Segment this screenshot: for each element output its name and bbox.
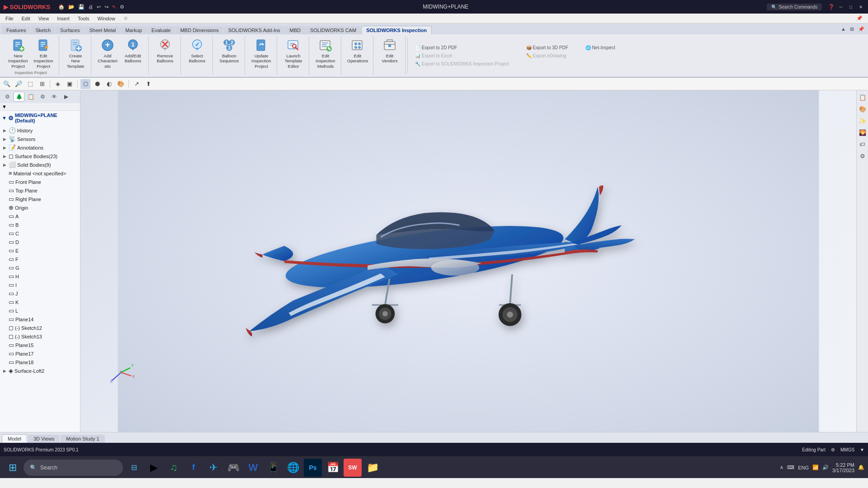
vt-btn-4[interactable]: ⊞	[37, 79, 47, 89]
btn-remove-balloons[interactable]: Remove Balloons	[153, 36, 177, 65]
taskbar-taskview[interactable]: ⊟	[125, 459, 143, 477]
pin-ribbon[interactable]: 📌	[856, 26, 866, 32]
btn-add-char[interactable]: + Add Characteristic	[96, 36, 119, 70]
taskbar-spotify[interactable]: ♫	[165, 459, 183, 477]
options-icon[interactable]: ⚙	[120, 4, 124, 10]
btn-add-edit-balloons[interactable]: 1 Add/Edit Balloons	[121, 36, 145, 65]
tree-item-annotations[interactable]: ▶ 📝 Annotations	[0, 143, 80, 152]
vt-btn-10[interactable]: 🎨	[116, 79, 126, 89]
tab-evaluate[interactable]: Evaluate	[147, 26, 175, 34]
tab-cam[interactable]: SOLIDWORKS CAM	[306, 26, 361, 34]
tree-item-g[interactable]: ▭ G	[0, 263, 80, 272]
btn-launch-template[interactable]: Launch Template Editor	[282, 36, 305, 70]
vt-btn-7[interactable]: ⬡	[80, 79, 90, 89]
taskbar-lang[interactable]: ENG	[798, 465, 809, 470]
tree-item-origin[interactable]: ⊕ Origin	[0, 203, 80, 212]
undo-icon[interactable]: ↩	[97, 4, 101, 10]
help-icon[interactable]: ❓	[828, 4, 835, 10]
taskbar-telegram[interactable]: ✈	[204, 459, 222, 477]
tree-item-sketch13[interactable]: ◻ (-) Sketch13	[0, 332, 80, 341]
btn-export-excel[interactable]: 📊 Export to Excel	[413, 52, 511, 59]
btn-edit-inspection-project[interactable]: Edit Inspection Project	[32, 36, 55, 70]
taskbar-notification[interactable]: 🔔	[858, 465, 864, 470]
vt-btn-5[interactable]: ◈	[53, 79, 63, 89]
btn-balloon-seq[interactable]: 123 Balloon Sequence	[217, 36, 241, 65]
tree-item-j[interactable]: ▭ J	[0, 289, 80, 298]
menu-edit[interactable]: Edit	[18, 15, 34, 22]
print-icon[interactable]: 🖨	[88, 4, 93, 9]
btn-new-inspection[interactable]: New Inspection Project	[6, 36, 30, 70]
tab-mbd-dimensions[interactable]: MBD Dimensions	[176, 26, 223, 34]
sidebar-tab-filter[interactable]: ⚙	[2, 92, 13, 102]
menu-insert[interactable]: Insert	[53, 15, 73, 22]
btn-export-3d-pdf[interactable]: 📦 Export to 3D PDF	[524, 44, 570, 51]
sidebar-tab-display[interactable]: 👁	[49, 92, 60, 102]
btn-edit-methods[interactable]: ✎ Edit Inspection Methods	[314, 36, 337, 70]
close-btn[interactable]: ✕	[857, 3, 864, 10]
tree-item-d[interactable]: ▭ D	[0, 238, 80, 246]
save-icon[interactable]: 📂	[68, 4, 75, 10]
btab-motion-study[interactable]: Motion Study 1	[61, 435, 104, 443]
tree-item-sketch12[interactable]: ◻ (-) Sketch12	[0, 324, 80, 332]
vt-btn-6[interactable]: ▣	[65, 79, 75, 89]
taskbar-expand-tray[interactable]: ∧	[780, 465, 783, 470]
tree-item-material[interactable]: ≡ Material <not specified>	[0, 169, 80, 178]
menu-file[interactable]: File	[2, 15, 17, 22]
sidebar-tab-properties[interactable]: 📋	[25, 92, 36, 102]
tab-sheet-metal[interactable]: Sheet Metal	[85, 26, 120, 34]
taskbar-clock[interactable]: 5:22 PM 3/17/2023	[832, 462, 854, 473]
start-button[interactable]: ⊞	[4, 459, 22, 477]
btn-export-2d-pdf[interactable]: 📄 Export to 2D PDF	[413, 44, 511, 51]
vt-btn-8[interactable]: ⬢	[92, 79, 102, 89]
tree-item-front-plane[interactable]: ▭ Front Plane	[0, 178, 80, 186]
vt-btn-2[interactable]: 🔎	[14, 79, 24, 89]
tree-item-b[interactable]: ▭ B	[0, 221, 80, 229]
minimize-btn[interactable]: ─	[837, 3, 844, 10]
sidebar-tab-forward[interactable]: ▶	[61, 92, 71, 102]
taskbar-calendar[interactable]: 📅	[324, 459, 342, 477]
tree-item-right-plane[interactable]: ▭ Right Plane	[0, 195, 80, 203]
btn-edit-ops[interactable]: Edit Operations	[346, 36, 369, 65]
tab-mbd[interactable]: MBD	[285, 26, 305, 34]
sidebar-tab-tree[interactable]: 🌲	[14, 92, 24, 102]
tree-item-history[interactable]: ▶ 🕐 History	[0, 126, 80, 135]
menu-view[interactable]: View	[35, 15, 53, 22]
taskbar-whatsapp[interactable]: 📱	[264, 459, 282, 477]
btn-select-balloons[interactable]: ✓ Select Balloons	[185, 36, 209, 65]
tab-sketch[interactable]: Sketch	[31, 26, 55, 34]
tree-item-plane15[interactable]: ▭ Plane15	[0, 341, 80, 349]
file-menu-icon[interactable]: 🏠	[58, 4, 65, 10]
pointer-icon[interactable]: ↖	[112, 4, 116, 10]
search-commands[interactable]: 🔍 Search Commands	[767, 4, 822, 10]
btn-export-solidworks[interactable]: 🔧 Export to SOLIDWORKS Inspection Projec…	[413, 61, 511, 67]
units-dropdown-icon[interactable]: ▼	[860, 447, 864, 452]
vt-btn-12[interactable]: ⬆	[143, 79, 153, 89]
tree-item-plane14[interactable]: ▭ Plane14	[0, 315, 80, 324]
taskbar-media[interactable]: ▶	[145, 459, 163, 477]
btn-export-edrawing[interactable]: ✏️ Export eDrawing	[524, 52, 570, 59]
vt-btn-3[interactable]: ⬚	[25, 79, 35, 89]
vt-btn-11[interactable]: ↗	[132, 79, 142, 89]
tab-features[interactable]: Features	[2, 26, 30, 34]
menu-tools[interactable]: Tools	[74, 15, 93, 22]
menu-pin[interactable]: 📌	[853, 14, 866, 22]
tree-item-surface-loft2[interactable]: ▶ ◈ Surface-Loft2	[0, 366, 80, 375]
open-icon[interactable]: 💾	[78, 4, 85, 10]
btn-net-inspect[interactable]: 🌐 Net-Inspect	[584, 44, 617, 51]
btab-3d-views[interactable]: 3D Views	[28, 435, 60, 443]
tree-item-top-plane[interactable]: ▭ Top Plane	[0, 186, 80, 195]
btn-create-new[interactable]: Create New Template	[64, 36, 87, 70]
btn-edit-vendors[interactable]: Edit Vendors	[378, 36, 401, 65]
restore-btn[interactable]: □	[847, 3, 854, 10]
tree-item-solid-bodies[interactable]: ▶ ⬜ Solid Bodies(9)	[0, 160, 80, 169]
vt-btn-9[interactable]: ◐	[104, 79, 114, 89]
taskbar-word[interactable]: W	[244, 459, 262, 477]
tab-markup[interactable]: Markup	[121, 26, 146, 34]
tab-addins[interactable]: SOLIDWORKS Add-Ins	[224, 26, 285, 34]
tab-surfaces[interactable]: Surfaces	[56, 26, 84, 34]
tree-item-surface-bodies[interactable]: ▶ ◻ Surface Bodies(23)	[0, 152, 80, 160]
tree-item-sensors[interactable]: ▶ 📡 Sensors	[0, 135, 80, 143]
taskbar-photoshop[interactable]: Ps	[304, 459, 322, 477]
btn-update-project[interactable]: Update Inspection Project	[250, 36, 273, 70]
taskbar-search[interactable]: 🔍 Search	[24, 460, 123, 476]
